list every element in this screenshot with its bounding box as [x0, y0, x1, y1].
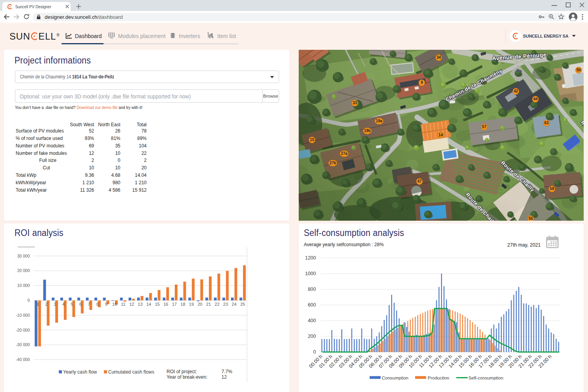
svg-text:20: 20	[198, 302, 202, 307]
svg-text:30 000: 30 000	[17, 254, 30, 258]
svg-text:33: 33	[352, 101, 357, 105]
svg-text:22: 22	[215, 302, 220, 307]
svg-text:24: 24	[232, 302, 236, 307]
svg-text:7.7%: 7.7%	[221, 369, 232, 374]
svg-text:7: 7	[88, 302, 90, 307]
svg-text:18: 18	[180, 302, 185, 307]
svg-text:8: 8	[96, 302, 99, 307]
svg-text:27a: 27a	[341, 151, 348, 156]
svg-text:19b: 19b	[364, 129, 370, 133]
svg-text:Year of break-even:: Year of break-even:	[167, 374, 207, 380]
svg-text:17: 17	[172, 302, 177, 307]
svg-text:0: 0	[313, 349, 316, 355]
svg-text:4: 4	[62, 302, 65, 307]
svg-text:63: 63	[544, 121, 549, 125]
svg-text:-10 000: -10 000	[16, 313, 30, 318]
svg-text:10: 10	[112, 302, 117, 307]
svg-text:14: 14	[438, 133, 443, 137]
svg-text:16: 16	[163, 302, 168, 307]
svg-text:55: 55	[528, 216, 533, 221]
svg-text:400: 400	[308, 318, 316, 323]
svg-text:6: 6	[79, 302, 82, 307]
svg-text:47: 47	[417, 179, 422, 183]
svg-text:23: 23	[223, 302, 228, 307]
svg-text:11: 11	[121, 302, 125, 307]
svg-text:1000: 1000	[305, 271, 316, 276]
svg-text:-20 000: -20 000	[16, 328, 30, 332]
svg-text:3: 3	[54, 302, 56, 307]
svg-text:Yearly cash flow: Yearly cash flow	[63, 369, 97, 375]
svg-text:Cumulated cash flows: Cumulated cash flows	[108, 369, 154, 375]
svg-text:19a: 19a	[376, 119, 383, 123]
svg-text:19: 19	[189, 302, 194, 307]
svg-text:5: 5	[71, 302, 73, 307]
svg-text:15: 15	[310, 138, 314, 142]
svg-text:59: 59	[550, 187, 554, 191]
svg-text:20 000: 20 000	[17, 268, 30, 273]
svg-text:Production: Production	[428, 376, 449, 380]
svg-text:Consumption: Consumption	[382, 376, 408, 380]
svg-text:57: 57	[482, 125, 486, 129]
svg-text:21: 21	[206, 302, 211, 307]
svg-text:ROI of project:: ROI of project:	[167, 369, 197, 374]
svg-text:-40 000: -40 000	[16, 357, 30, 362]
svg-text:12: 12	[129, 302, 134, 307]
svg-text:600: 600	[308, 302, 316, 308]
svg-text:50: 50	[576, 68, 581, 72]
svg-text:14: 14	[146, 302, 151, 307]
svg-text:200: 200	[308, 334, 316, 339]
svg-text:34: 34	[436, 55, 441, 60]
svg-text:25: 25	[240, 302, 245, 307]
svg-text:44: 44	[533, 97, 538, 101]
svg-text:-30 000: -30 000	[16, 342, 30, 347]
svg-text:Self-consumption: Self-consumption	[468, 376, 503, 380]
svg-text:2: 2	[45, 302, 47, 307]
svg-text:9: 9	[421, 80, 423, 85]
svg-text:0: 0	[27, 298, 30, 303]
svg-text:42: 42	[514, 89, 518, 93]
svg-text:9: 9	[105, 302, 107, 307]
svg-text:12: 12	[221, 374, 227, 380]
svg-text:13: 13	[138, 302, 143, 307]
svg-text:1: 1	[36, 302, 39, 307]
svg-text:10 000: 10 000	[17, 283, 30, 288]
svg-text:15: 15	[155, 302, 160, 307]
svg-text:27b: 27b	[329, 161, 336, 165]
svg-text:1200: 1200	[305, 255, 316, 261]
svg-text:800: 800	[308, 287, 316, 292]
